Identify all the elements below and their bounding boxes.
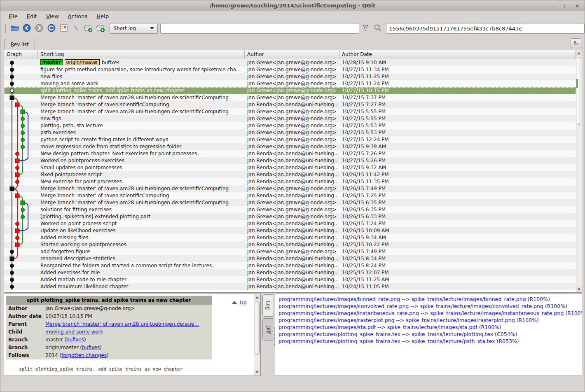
close-tab-button[interactable]: [571, 38, 581, 48]
file-change-item[interactable]: programming/lectures/images/convolved_ra…: [278, 303, 582, 310]
menu-help[interactable]: Help: [92, 12, 113, 21]
save-patch-button[interactable]: [82, 23, 94, 34]
commit-graph: [4, 220, 38, 227]
commit-row[interactable]: [plotting, spiketrains] extended plottin…: [4, 213, 576, 220]
view-revisions-button[interactable]: [58, 23, 70, 34]
detail-link[interactable]: moving and some work: [45, 329, 103, 335]
commit-row[interactable]: move regression code from statistics to …: [4, 143, 576, 150]
commit-row[interactable]: Merge branch 'master' of raven.am28.uni-…: [4, 94, 576, 101]
commit-row[interactable]: add forgotten figureJan Grewe<jan.grewe@…: [4, 248, 576, 255]
mail-apply-patch-icon: [96, 23, 105, 34]
file-change-item[interactable]: programming/lectures/images/rasterplot.p…: [278, 317, 582, 324]
toolbar-drag-handle[interactable]: [5, 23, 6, 33]
commit-row[interactable]: Update on likelihood exercisesJan Benda<…: [4, 227, 576, 234]
commit-row[interactable]: Small updates on pointprocessesJan Benda…: [4, 164, 576, 171]
commit-row[interactable]: New design pattern chapter. Next exercis…: [4, 150, 576, 157]
refresh-button[interactable]: [46, 23, 57, 34]
detail-link[interactable]: bufixes: [66, 337, 84, 343]
scroll-up-arrow[interactable]: ▲: [576, 50, 582, 56]
commit-row[interactable]: Merge branch 'master' of raven:scientifi…: [4, 192, 576, 199]
commit-graph: [4, 122, 38, 129]
commit-date: 10/26/15 11:42 PM: [339, 171, 576, 178]
commit-row[interactable]: moving and some workJan Grewe<jan.grewe@…: [4, 80, 576, 87]
commit-graph: [4, 192, 38, 199]
details-scroll-up[interactable]: ▲: [254, 294, 260, 300]
detail-link[interactable]: bufixes: [82, 345, 100, 350]
commit-author: Jan Benda<jan.benda@uni-tuebing...: [245, 164, 339, 171]
commit-date: 10/26/15 7:25 PM: [339, 192, 576, 199]
tab-rev-list[interactable]: Rev list: [5, 39, 35, 50]
up-link[interactable]: Up: [240, 300, 246, 306]
column-header-author-date[interactable]: Author Date: [339, 50, 576, 59]
commit-row[interactable]: new figsJan Grewe<jan.grewe@g-node.org>1…: [4, 115, 576, 122]
details-scrollbar[interactable]: ▲ ▼: [254, 294, 260, 375]
close-button[interactable]: ✕: [574, 3, 580, 9]
commit-row[interactable]: masterorigin/masterbufixesJan Grewe<jan.…: [4, 59, 576, 66]
column-header-short-log[interactable]: Short Log: [38, 50, 245, 59]
maximize-button[interactable]: +: [562, 3, 568, 9]
commit-graph: [4, 241, 38, 248]
sha-input[interactable]: [386, 23, 585, 34]
commit-row[interactable]: Worked on pointprocess exercisesJan Bend…: [4, 157, 576, 164]
search-input[interactable]: [160, 23, 359, 34]
apply-patch-button[interactable]: [95, 23, 106, 34]
minimize-button[interactable]: −: [549, 3, 556, 9]
commit-row[interactable]: Added exercises for mleJan Benda<jan.ben…: [4, 269, 576, 276]
details-scrollbar-thumb[interactable]: [255, 301, 260, 355]
open-repository-button[interactable]: [9, 23, 21, 34]
commit-row[interactable]: python script to create firing rates in …: [4, 136, 576, 143]
tab-log[interactable]: Log: [262, 294, 273, 317]
file-change-item[interactable]: programming/lectures/images/instantaneou…: [278, 310, 582, 317]
commit-row[interactable]: Fixed pointprocess scriptJan Benda<jan.b…: [4, 171, 576, 178]
tab-diff[interactable]: Diff: [262, 318, 273, 341]
file-change-item[interactable]: programming/lectures/images/binned_rate.…: [278, 296, 582, 303]
selected-commit-marker: [576, 79, 578, 88]
commit-row[interactable]: Added maximum likelihood chapterJan Bend…: [4, 283, 576, 290]
commit-row[interactable]: Started working on pointprocessesJan Ben…: [4, 241, 576, 248]
commit-date: 10/27/15 7:27 PM: [339, 101, 576, 108]
commit-row[interactable]: figure for psth method comparsion, some …: [4, 66, 576, 73]
commit-row[interactable]: renamed descriptive-statisticsJan Benda<…: [4, 255, 576, 262]
commit-row[interactable]: psth exercisesJan Grewe<jan.grewe@g-node…: [4, 129, 576, 136]
commit-row[interactable]: plotting, psth, sta lectureJan Grewe<jan…: [4, 122, 576, 129]
back-button[interactable]: [21, 23, 33, 34]
rev-list-scrollbar[interactable]: ▲ ▼: [576, 50, 582, 292]
detail-row: AuthorJan Grewe<jan.grewe@g-node.org>: [6, 305, 212, 313]
scrollbar-thumb[interactable]: [577, 57, 581, 125]
commit-row[interactable]: New exercise for point processesJan Bend…: [4, 178, 576, 185]
commit-row[interactable]: Merge branch 'master' of raven.am28.uni-…: [4, 199, 576, 206]
highlight-button[interactable]: [372, 23, 384, 34]
menu-edit[interactable]: Edit: [23, 12, 41, 21]
file-change-item[interactable]: programming/lectures/images/sta.pdf --> …: [278, 324, 582, 331]
forward-button[interactable]: [33, 23, 45, 34]
commit-subject: Added maximum likelihood chapter: [40, 284, 128, 289]
commit-graph: [4, 178, 38, 185]
commit-row[interactable]: split plotting_spike trains. add spike t…: [4, 87, 576, 94]
details-scroll-down[interactable]: ▼: [254, 369, 260, 375]
commit-row[interactable]: new filesJan Grewe<jan.grewe@g-node.org>…: [4, 73, 576, 80]
detail-link[interactable]: forgotten changes: [61, 352, 107, 358]
menu-file[interactable]: File: [5, 12, 22, 21]
menu-view[interactable]: View: [42, 12, 63, 21]
file-change-item[interactable]: programming/lectures/plotting_spike_trai…: [278, 331, 582, 338]
filter-button[interactable]: [360, 23, 371, 34]
commit-row[interactable]: Merge branch 'master' of raven.am28.uni-…: [4, 185, 576, 192]
file-change-item[interactable]: programming/lectures/plotting_spike_trai…: [278, 338, 582, 345]
column-header-author[interactable]: Author: [245, 50, 339, 59]
commit-subject: new figs: [40, 116, 61, 121]
commit-row[interactable]: solutions for fitting exercisesJan Grewe…: [4, 206, 576, 213]
wand-button[interactable]: [70, 23, 82, 34]
commit-row[interactable]: Merge branch 'master' of raven.am28.uni-…: [4, 108, 576, 115]
commit-author: Jan Benda<jan.benda@uni-tuebing...: [245, 255, 339, 262]
commit-row[interactable]: Added missing files.Jan Benda<jan.benda@…: [4, 234, 576, 241]
commit-row[interactable]: Merge branch 'master' of raven:scientifi…: [4, 101, 576, 108]
commit-row[interactable]: Added matlab code to mle chapterJan Bend…: [4, 276, 576, 283]
detail-value: moving and some work: [45, 328, 103, 336]
log-view-select[interactable]: Short log: [110, 23, 158, 34]
menu-actions[interactable]: Actions: [64, 12, 92, 21]
column-header-graph[interactable]: Graph: [4, 50, 38, 59]
commit-row[interactable]: Worked on point process scriptJan Benda<…: [4, 220, 576, 227]
detail-link[interactable]: Merge branch 'master' of raven.am28.uni-…: [45, 321, 199, 327]
commit-row[interactable]: Reorganized the folders and started a co…: [4, 262, 576, 269]
scroll-down-arrow[interactable]: ▼: [576, 287, 582, 292]
